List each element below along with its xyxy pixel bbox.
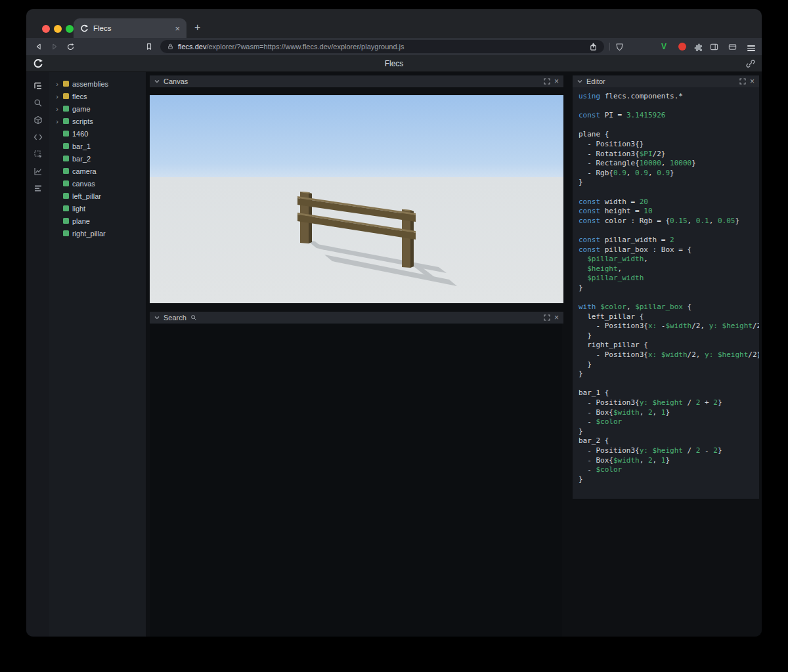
canvas-3d-viewport[interactable] [150,95,563,303]
entity-color-icon [63,156,69,161]
entity-color-icon [63,106,69,112]
zoom-window-button[interactable] [66,25,74,33]
tree-item-label: bar_1 [72,142,91,150]
search-magnifier-icon [190,314,197,321]
stats-view-icon[interactable] [26,180,49,197]
entity-color-icon [63,131,69,136]
main-area: ›assemblies›flecs›game›scripts1460bar_1b… [26,72,762,637]
expand-arrow-icon[interactable]: › [55,117,60,125]
tree-item-plane[interactable]: plane [49,215,146,227]
canvas-panel-header: Canvas × [150,75,563,87]
close-panel-icon[interactable]: × [554,77,559,85]
code-view-icon[interactable] [26,129,49,146]
code-line: - Box{$width, 2, 1} [579,408,759,418]
entity-color-icon [63,230,69,236]
tree-item-flecs[interactable]: ›flecs [49,90,146,102]
tree-item-scripts[interactable]: ›scripts [49,115,146,127]
url-domain: flecs.dev [178,43,206,51]
extensions-puzzle-icon[interactable] [693,42,703,51]
browser-tab[interactable]: Flecs × [74,18,186,38]
code-line: plane { [579,130,759,140]
tree-item-right_pillar[interactable]: right_pillar [49,227,146,240]
tree-item-light[interactable]: light [49,202,146,215]
extension-v-icon[interactable]: V [659,42,668,51]
code-line: - Position3{y: $height / 2 + 2} [579,398,759,408]
entity-color-icon [63,180,69,186]
code-line: - Rotation3{$PI/2} [579,150,759,159]
code-line: - Position3{x: $width/2, y: $height/2} [579,350,759,360]
menu-icon[interactable] [747,42,756,51]
entity-color-icon [63,168,69,174]
code-line: using flecs.components.* [579,92,759,102]
entity-color-icon [63,118,69,124]
reload-button[interactable] [66,42,75,51]
code-line: - Box{$width, 2, 1} [579,456,759,466]
code-line: const color : Rgb = {0.15, 0.1, 0.05} [579,217,759,226]
fullscreen-icon[interactable] [544,314,550,321]
code-line: left_pillar { [579,312,759,322]
code-line: - Rectangle{10000, 10000} [579,159,759,169]
tree-view-icon[interactable] [26,77,49,94]
tree-item-camera[interactable]: camera [49,165,146,177]
wallet-icon[interactable] [728,42,737,51]
inspector-select-icon[interactable] [26,146,49,163]
url-bar[interactable]: flecs.dev/explorer/?wasm=https://www.fle… [160,40,604,53]
entity-tree-panel: ›assemblies›flecs›game›scripts1460bar_1b… [49,72,146,637]
extension-red-icon[interactable] [678,42,687,51]
tree-list: ›assemblies›flecs›game›scripts1460bar_1b… [49,77,146,240]
editor-code: using flecs.components.* const PI = 3.14… [579,92,759,484]
share-icon[interactable] [588,42,598,51]
search-view-icon[interactable] [26,94,49,112]
code-line: const width = 20 [579,198,759,207]
bookmark-icon[interactable] [144,42,154,51]
tree-item-bar_2[interactable]: bar_2 [49,152,146,165]
tab-strip: Flecs × + [26,9,762,38]
sidebar-panel-icon[interactable] [709,42,718,51]
code-line: with $color, $pillar_box { [579,303,759,312]
code-line: bar_2 { [579,436,759,446]
collapse-chevron-icon[interactable] [154,79,160,83]
editor-panel-title: Editor [586,77,605,85]
tree-item-assemblies[interactable]: ›assemblies [49,77,146,90]
tab-favicon-flecs-icon [80,24,89,33]
close-panel-icon[interactable]: × [750,77,755,85]
new-tab-button[interactable]: + [194,22,200,33]
tree-item-label: plane [72,217,90,225]
tree-item-label: left_pillar [72,192,101,200]
entity-color-icon [63,93,69,99]
entities-cube-icon[interactable] [26,112,49,129]
code-line: const PI = 3.1415926 [579,111,759,121]
minimize-window-button[interactable] [54,25,62,33]
collapse-chevron-icon[interactable] [154,316,160,320]
close-window-button[interactable] [42,25,50,33]
fullscreen-icon[interactable] [739,78,746,85]
expand-arrow-icon[interactable]: › [55,93,60,100]
code-line: } [579,427,759,437]
tab-close-icon[interactable]: × [175,24,180,33]
tree-item-bar_1[interactable]: bar_1 [49,140,146,152]
code-line: - Position3{y: $height / 2 - 2} [579,446,759,456]
entity-color-icon [63,193,69,199]
expand-arrow-icon[interactable]: › [55,80,60,88]
code-line: } [579,475,759,485]
tree-item-1460[interactable]: 1460 [49,127,146,140]
chart-view-icon[interactable] [26,163,49,180]
search-results-area[interactable] [150,324,562,637]
code-line [579,226,759,236]
expand-arrow-icon[interactable]: › [55,105,60,113]
forward-button[interactable] [50,42,59,51]
tree-item-label: canvas [72,180,95,188]
permalink-icon[interactable] [746,59,755,68]
tree-item-canvas[interactable]: canvas [49,177,146,190]
code-line: const pillar_width = 2 [579,236,759,245]
tree-item-label: game [72,105,91,113]
close-panel-icon[interactable]: × [554,314,559,322]
back-button[interactable] [34,42,43,51]
tree-item-left_pillar[interactable]: left_pillar [49,190,146,202]
tree-item-game[interactable]: ›game [49,102,146,115]
code-editor[interactable]: using flecs.components.* const PI = 3.14… [573,87,759,499]
brave-shield-icon[interactable] [615,42,624,51]
collapse-chevron-icon[interactable] [577,79,582,83]
code-line: $pillar_width [579,274,759,284]
fullscreen-icon[interactable] [544,78,550,85]
